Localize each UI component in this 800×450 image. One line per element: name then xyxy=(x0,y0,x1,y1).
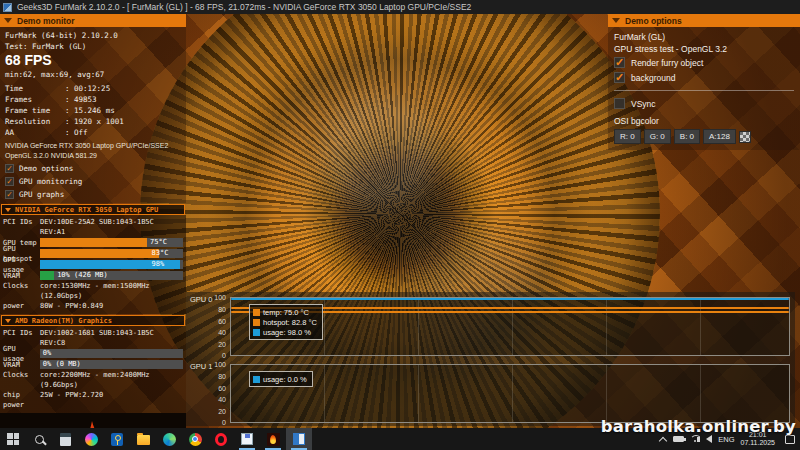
windows-logo-icon xyxy=(7,433,19,445)
bgcolor-a-button[interactable]: A:128 xyxy=(703,129,736,144)
nvidia-section-body: PCI IDsDEV:10DE-25A2 SUB:1043-1B5C REV:A… xyxy=(0,215,186,314)
clock-date: 07.11.2025 xyxy=(740,439,775,447)
gpu0-legend: temp: 75.0 °C hotspot: 82.8 °C usage: 98… xyxy=(249,304,323,340)
toggle-render-furry-object[interactable]: ✓ Render furry object xyxy=(614,55,794,70)
taskbar-opera-button[interactable] xyxy=(208,428,234,450)
progress-bar: 83°C xyxy=(40,249,183,258)
taskbar-furmark-button[interactable] xyxy=(260,428,286,450)
window-app-icon xyxy=(3,3,12,12)
taskbar-floppy-tool-button[interactable] xyxy=(234,428,260,450)
gpu-name-line: NVIDIA GeForce RTX 3050 Laptop GPU/PCIe/… xyxy=(5,141,181,151)
stat-row-aa: AAOff xyxy=(5,127,181,138)
amd-vram-bar: VRAM 0% (0 MB) xyxy=(3,359,183,370)
progress-bar: 10% (426 MB) xyxy=(40,271,183,280)
hotspot-swatch xyxy=(253,319,260,326)
nvidia-section-header[interactable]: NVIDIA GeForce RTX 3050 Laptop GPU xyxy=(1,204,185,215)
bgcolor-r-button[interactable]: R: 0 xyxy=(614,129,641,144)
stat-row-frames: Frames49853 xyxy=(5,94,181,105)
nvidia-clocks-row: Clockscore:1530MHz - mem:1500MHz (12.0Gb… xyxy=(3,281,183,301)
demo-options-header[interactable]: Demo options xyxy=(608,14,800,27)
bgcolor-g-button[interactable]: G: 0 xyxy=(644,129,671,144)
gpu1-graph: GPU 1 100 80 60 40 20 0 usage: 0.0 % xyxy=(186,361,793,425)
chrome-icon xyxy=(189,433,202,446)
demo-options-panel: Demo options FurMark (GL) GPU stress tes… xyxy=(608,14,800,150)
temp-swatch xyxy=(253,309,260,316)
fps-counter: 68 FPS xyxy=(5,52,181,69)
edge-icon xyxy=(163,433,176,446)
test-line: Test: FurMark (GL) xyxy=(5,41,181,52)
stat-row-resolution: Resolution1920 x 1001 xyxy=(5,116,181,127)
volume-icon[interactable] xyxy=(706,435,712,443)
demo-monitor-panel: Demo monitor FurMark (64-bit) 2.10.2.0 T… xyxy=(0,14,186,428)
progress-bar: 98% xyxy=(40,260,183,269)
flame-logo-icon xyxy=(10,415,170,428)
taskbar-active-app-button[interactable] xyxy=(286,428,312,450)
amd-clocks-row: Clockscore:2200MHz - mem:2400MHz (9.6Gbp… xyxy=(3,370,183,390)
calculator-icon xyxy=(60,433,71,446)
gpu0-plot-area: temp: 75.0 °C hotspot: 82.8 °C usage: 98… xyxy=(230,297,790,356)
stat-row-time: Time00:12:25 xyxy=(5,83,181,94)
copilot-icon xyxy=(85,433,98,446)
progress-bar: 75°C xyxy=(40,238,183,247)
usage-swatch xyxy=(253,376,260,383)
nvidia-pci-row: PCI IDsDEV:10DE-25A2 SUB:1043-1B5C REV:A… xyxy=(3,217,183,237)
bgcolor-b-button[interactable]: B: 0 xyxy=(674,129,700,144)
checkbox-checked-icon[interactable]: ✓ xyxy=(5,177,14,186)
taskbar-search-button[interactable] xyxy=(26,428,52,450)
toggle-gpu-monitoring[interactable]: ✓ GPU monitoring xyxy=(5,175,181,188)
app-window-icon xyxy=(293,433,305,445)
tray-expand-chevron-icon[interactable] xyxy=(660,436,667,443)
progress-bar: 0% xyxy=(40,349,183,358)
nvidia-vram-bar: VRAM 10% (426 MB) xyxy=(3,270,183,281)
checkbox-checked-icon[interactable]: ✓ xyxy=(5,164,14,173)
taskbar-edge-button[interactable] xyxy=(156,428,182,450)
collapse-triangle-icon xyxy=(5,208,11,212)
osi-bgcolor-label: OSI bgcolor xyxy=(614,115,794,128)
stat-row-frametime: Frame time15.246 ms xyxy=(5,105,181,116)
checkbox-checked-icon[interactable]: ✓ xyxy=(614,72,625,83)
amd-section-header[interactable]: AMD Radeon(TM) Graphics xyxy=(1,315,185,326)
nvidia-power-row: power80W - PPW:0.849 xyxy=(3,301,183,311)
alpha-checker-icon[interactable] xyxy=(739,131,751,143)
checkbox-checked-icon[interactable]: ✓ xyxy=(614,57,625,68)
demo-desc-line: GPU stress test - OpenGL 3.2 xyxy=(614,43,794,55)
gpu1-legend: usage: 0.0 % xyxy=(249,371,313,387)
gpu0-y-axis: 100 80 60 40 20 0 xyxy=(204,297,228,356)
demo-name-line: FurMark (GL) xyxy=(614,31,794,43)
toggle-vsync[interactable]: ✓ VSync xyxy=(614,96,794,111)
collapse-triangle-icon xyxy=(4,18,12,23)
amd-power-row: chip power25W - PPW:2.720 xyxy=(3,390,183,410)
taskbar-calculator-button[interactable] xyxy=(52,428,78,450)
usage-swatch xyxy=(253,329,260,336)
furmark-logo-area: FURMARK 2.10.2.0 build Oct 26 2025@07:47… xyxy=(0,413,186,428)
watermark-text: baraholka.onliner.by xyxy=(601,417,796,436)
amd-gpu-usage-bar: GPU usage 0% xyxy=(3,348,183,359)
taskbar-chrome-button[interactable] xyxy=(182,428,208,450)
opera-icon xyxy=(215,433,227,446)
demo-monitor-header[interactable]: Demo monitor xyxy=(0,14,186,27)
window-title-bar: Geeks3D FurMark 2.10.2.0 - [ FurMark (GL… xyxy=(0,0,800,14)
amd-section-body: PCI IDsDEV:1002-1681 SUB:1043-1B5C REV:C… xyxy=(0,326,186,413)
checkbox-checked-icon[interactable]: ✓ xyxy=(5,190,14,199)
gpu0-graph: GPU 0 100 80 60 40 20 0 temp: 75.0 °C xyxy=(186,294,793,358)
folder-icon xyxy=(137,435,150,445)
gpu1-plot-area: usage: 0.0 % xyxy=(230,364,790,423)
gpu0-usage-line xyxy=(231,298,789,300)
fps-minmax-line: min:62, max:69, avg:67 xyxy=(5,69,181,80)
gpu1-y-axis: 100 80 60 40 20 0 xyxy=(204,364,228,423)
toggle-background[interactable]: ✓ background xyxy=(614,70,794,85)
taskbar-file-explorer-button[interactable] xyxy=(130,428,156,450)
toggle-gpu-graphs[interactable]: ✓ GPU graphs xyxy=(5,188,181,201)
taskbar-keepass-button[interactable] xyxy=(104,428,130,450)
gpu-graphs-panel: GPU 0 100 80 60 40 20 0 temp: 75.0 °C xyxy=(186,292,795,426)
toggle-demo-options[interactable]: ✓ Demo options xyxy=(5,162,181,175)
key-icon xyxy=(111,433,123,446)
taskbar-copilot-button[interactable] xyxy=(78,428,104,450)
start-button[interactable] xyxy=(0,428,26,450)
demo-monitor-body: FurMark (64-bit) 2.10.2.0 Test: FurMark … xyxy=(0,27,186,203)
battery-icon[interactable] xyxy=(673,436,684,442)
opengl-version-line: OpenGL 3.2.0 NVIDIA 581.29 xyxy=(5,151,181,161)
nvidia-gpu-usage-bar: GPU usage 98% xyxy=(3,259,183,270)
checkbox-unchecked-icon[interactable]: ✓ xyxy=(614,98,625,109)
render-viewport: Demo monitor FurMark (64-bit) 2.10.2.0 T… xyxy=(0,14,800,428)
